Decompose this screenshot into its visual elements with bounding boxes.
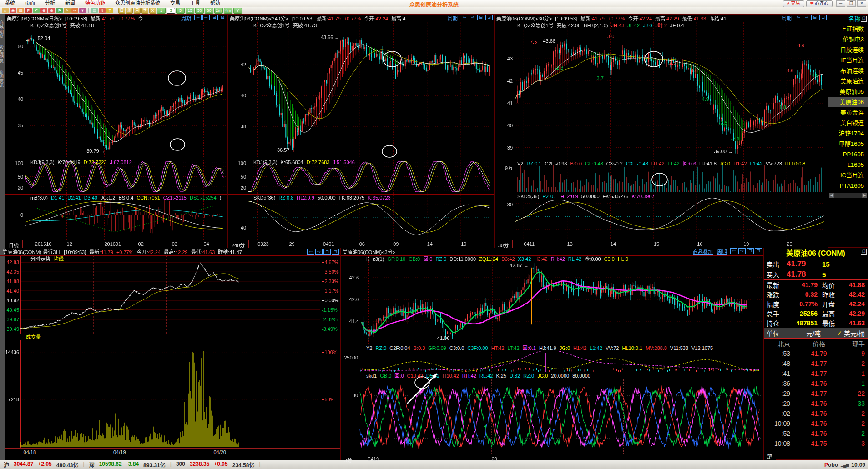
- 3min-skd1-canvas[interactable]: [341, 379, 763, 455]
- nav-back-icon[interactable]: ⇦: [730, 248, 737, 254]
- restore-icon[interactable]: ❐: [847, 0, 856, 7]
- paint-icon[interactable]: ✑: [71, 8, 78, 13]
- daily-m8-canvas[interactable]: [5, 194, 227, 240]
- quote-config-icon[interactable]: ❐: [861, 249, 867, 255]
- 240min-price-canvas[interactable]: [228, 22, 494, 159]
- sidebar-item-美原油06[interactable]: 美原油06: [828, 97, 868, 107]
- sidebar-item-伦铜电3[interactable]: 伦铜电3: [828, 34, 868, 45]
- quote-board-icon[interactable]: ▤: [91, 8, 98, 13]
- menu-工具[interactable]: 工具: [185, 0, 205, 6]
- nav-back-icon[interactable]: ⇦: [795, 15, 802, 20]
- 30min-skdd-canvas[interactable]: [495, 193, 828, 240]
- sidebar-item-甲醇1605[interactable]: 甲醇1605: [828, 139, 868, 149]
- sidebar-item-PTA1605[interactable]: PTA1605: [828, 180, 868, 191]
- sidebar-item-美原油连[interactable]: 美原油连: [828, 76, 868, 86]
- filter-icon[interactable]: ▼: [79, 8, 86, 13]
- nav-forward-icon[interactable]: ⇨: [469, 15, 476, 20]
- unit-row[interactable]: 单位 元/吨 ✓ 美元/桶: [764, 328, 868, 339]
- period-button-3[interactable]: 3: [167, 8, 175, 14]
- minimize-icon[interactable]: ─: [836, 0, 845, 7]
- menu-分析[interactable]: 分析: [40, 0, 60, 6]
- titlebar-button-交易[interactable]: ⚡交易: [783, 0, 804, 7]
- link-商品叠加[interactable]: 商品叠加: [693, 248, 713, 255]
- period-button-日[interactable]: 日: [118, 8, 125, 14]
- intraday-price-canvas[interactable]: [0, 255, 340, 334]
- nav-maximize-icon[interactable]: ⊡: [755, 248, 762, 254]
- nav-tile-icon[interactable]: ⊟: [811, 15, 818, 20]
- link-周期[interactable]: 周期: [448, 15, 458, 22]
- menu-特色功能[interactable]: 特色功能: [80, 0, 110, 6]
- 240min-kdj-canvas[interactable]: [228, 159, 494, 195]
- menu-系统[interactable]: 系统: [0, 0, 20, 6]
- sidebar-item-上证指数[interactable]: 上证指数: [828, 24, 868, 34]
- nav-forward-icon[interactable]: ⇨: [202, 15, 210, 20]
- trend-line-icon[interactable]: ↯: [99, 8, 106, 13]
- scroll-left-icon[interactable]: ◀: [829, 193, 834, 198]
- period-button-月[interactable]: 月: [134, 8, 141, 14]
- nav-maximize-icon[interactable]: ⊡: [219, 15, 226, 20]
- nav-back-icon[interactable]: ⇦: [307, 249, 314, 255]
- alarm-icon[interactable]: ◉: [10, 8, 16, 13]
- nav-forward-icon[interactable]: ⇨: [803, 15, 810, 20]
- nav-tile-icon[interactable]: ⊟: [211, 15, 218, 20]
- daily-kdj-canvas[interactable]: [5, 159, 227, 195]
- 30min-volume-canvas[interactable]: [495, 160, 828, 193]
- sidebar-item-沪锌1704[interactable]: 沪锌1704: [828, 128, 868, 139]
- nav-back-icon[interactable]: ⇦: [461, 15, 468, 20]
- scroll-right-icon[interactable]: ▶: [862, 193, 867, 198]
- sidebar-item-IC当月连[interactable]: IC当月连: [828, 170, 868, 180]
- nav-forward-icon[interactable]: ⇨: [315, 249, 323, 255]
- nav-maximize-icon[interactable]: ⊡: [485, 15, 493, 20]
- undo-icon[interactable]: ↶: [33, 8, 40, 13]
- nav-back-icon[interactable]: ⇦: [194, 15, 202, 20]
- sidebar-item-日胶连续[interactable]: 日胶连续: [828, 45, 868, 55]
- nav-tile-icon[interactable]: ⊟: [747, 248, 754, 254]
- pro-icon[interactable]: P: [25, 8, 32, 13]
- sidebar-item-IF当月连[interactable]: IF当月连: [828, 55, 868, 65]
- menu-众思创原油分析系统[interactable]: 众思创原油分析系统: [110, 0, 165, 6]
- period-button-Y[interactable]: Y: [233, 8, 242, 14]
- menu-帮助[interactable]: 帮助: [205, 0, 225, 6]
- watchlist-config-icon[interactable]: ❐: [861, 16, 867, 22]
- link-周期[interactable]: 周期: [717, 248, 727, 255]
- period-button-2m[interactable]: 2m: [214, 8, 223, 14]
- sidebar-item-L1605[interactable]: L1605: [828, 160, 868, 170]
- nav-tile-icon[interactable]: ⊟: [477, 15, 484, 20]
- daily-price-canvas[interactable]: [5, 22, 227, 159]
- titlebar-button-心连心[interactable]: ❤心连心: [806, 0, 833, 7]
- open-icon[interactable]: ⌂: [2, 8, 9, 13]
- period-button-季[interactable]: 季: [141, 8, 148, 14]
- menu-页面[interactable]: 页面: [20, 0, 40, 6]
- nav-maximize-icon[interactable]: ⊡: [819, 15, 827, 20]
- sidebar-item-布油连续[interactable]: 布油连续: [828, 65, 868, 76]
- intraday-volume-canvas[interactable]: [0, 340, 340, 449]
- 3min-price-canvas[interactable]: [341, 255, 763, 344]
- period-button-周[interactable]: 周: [126, 8, 133, 14]
- period-button-30[interactable]: 30: [195, 8, 204, 14]
- 30min-price-canvas[interactable]: [495, 22, 828, 160]
- link-周期[interactable]: 周期: [782, 15, 792, 22]
- period-button-X[interactable]: X: [149, 8, 156, 14]
- sidebar-item-PP1605[interactable]: PP1605: [828, 149, 868, 160]
- close-icon[interactable]: ✕: [857, 0, 866, 7]
- link-周期[interactable]: 周期: [181, 15, 191, 22]
- calendar-icon[interactable]: ▦: [17, 8, 24, 13]
- period-button-4m[interactable]: 4m: [224, 8, 232, 14]
- sidebar-item-美白银连[interactable]: 美白银连: [828, 118, 868, 128]
- left-tab-股指期货[interactable]: 股指期货: [0, 45, 5, 63]
- period-button-60[interactable]: 60: [205, 8, 213, 14]
- menu-新闻[interactable]: 新闻: [60, 0, 80, 6]
- left-tab-新闻资讯[interactable]: 新闻资讯: [0, 70, 5, 88]
- nav-maximize-icon[interactable]: ⊡: [332, 249, 339, 255]
- zoom-out-icon[interactable]: ⊖: [48, 8, 55, 13]
- pencil-icon[interactable]: ✎: [64, 8, 71, 13]
- sidebar-item-美黄金连[interactable]: 美黄金连: [828, 107, 868, 118]
- 3min-y2-canvas[interactable]: [341, 351, 763, 373]
- nav-forward-icon[interactable]: ⇨: [738, 248, 746, 254]
- menu-交易[interactable]: 交易: [165, 0, 185, 6]
- watchlist-scrollbar[interactable]: ◀ ▶: [829, 193, 867, 198]
- sidebar-item-美原油05[interactable]: 美原油05: [828, 86, 868, 97]
- period-button-1[interactable]: 1: [157, 8, 166, 14]
- left-tab-商品期货[interactable]: 商品期货: [0, 20, 5, 39]
- 240min-skdd-canvas[interactable]: [228, 194, 494, 240]
